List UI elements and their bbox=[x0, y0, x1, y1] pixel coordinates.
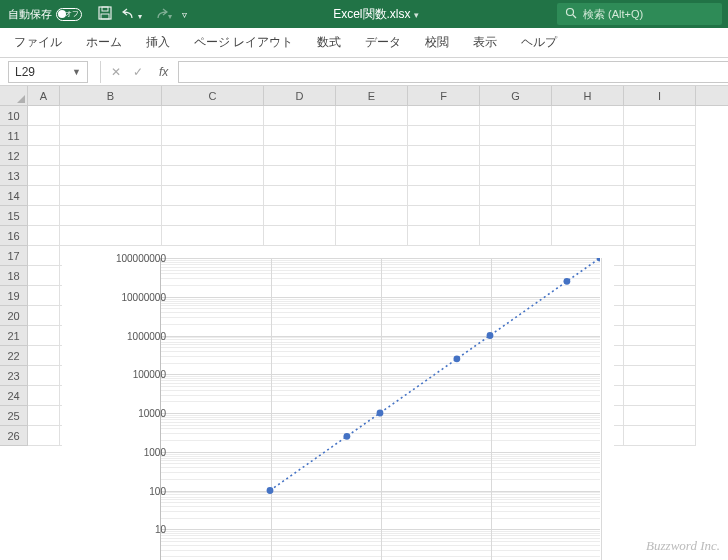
cell[interactable] bbox=[336, 126, 408, 146]
cell[interactable] bbox=[336, 106, 408, 126]
cell[interactable] bbox=[624, 286, 696, 306]
cell[interactable] bbox=[552, 166, 624, 186]
row-header[interactable]: 22 bbox=[0, 346, 28, 366]
cancel-icon[interactable]: ✕ bbox=[111, 65, 121, 79]
cell[interactable] bbox=[28, 386, 60, 406]
cell[interactable] bbox=[624, 386, 696, 406]
cell[interactable] bbox=[28, 106, 60, 126]
row-header[interactable]: 20 bbox=[0, 306, 28, 326]
column-header[interactable]: H bbox=[552, 86, 624, 105]
chevron-down-icon[interactable]: ▼ bbox=[72, 67, 81, 77]
ribbon-tab[interactable]: 挿入 bbox=[146, 34, 170, 51]
cell[interactable] bbox=[162, 126, 264, 146]
ribbon-tab[interactable]: ページ レイアウト bbox=[194, 34, 293, 51]
row-header[interactable]: 26 bbox=[0, 426, 28, 446]
column-header[interactable]: E bbox=[336, 86, 408, 105]
name-box[interactable]: L29 ▼ bbox=[8, 61, 88, 83]
row-header[interactable]: 18 bbox=[0, 266, 28, 286]
cell[interactable] bbox=[336, 146, 408, 166]
cell[interactable] bbox=[552, 186, 624, 206]
cell[interactable] bbox=[624, 206, 696, 226]
cell[interactable] bbox=[60, 106, 162, 126]
cell[interactable] bbox=[552, 146, 624, 166]
column-header[interactable]: G bbox=[480, 86, 552, 105]
row-header[interactable]: 10 bbox=[0, 106, 28, 126]
cell[interactable] bbox=[162, 166, 264, 186]
cell[interactable] bbox=[28, 166, 60, 186]
row-header[interactable]: 19 bbox=[0, 286, 28, 306]
cell[interactable] bbox=[624, 266, 696, 286]
cell[interactable] bbox=[264, 206, 336, 226]
cell[interactable] bbox=[624, 126, 696, 146]
cell[interactable] bbox=[624, 326, 696, 346]
cell[interactable] bbox=[480, 146, 552, 166]
formula-input[interactable] bbox=[178, 61, 728, 83]
column-header[interactable]: D bbox=[264, 86, 336, 105]
cell[interactable] bbox=[28, 266, 60, 286]
column-header[interactable]: A bbox=[28, 86, 60, 105]
undo-icon[interactable]: ▾ bbox=[122, 7, 142, 21]
cell[interactable] bbox=[60, 126, 162, 146]
cell[interactable] bbox=[28, 126, 60, 146]
cell[interactable] bbox=[28, 246, 60, 266]
row-header[interactable]: 12 bbox=[0, 146, 28, 166]
ribbon-tab[interactable]: データ bbox=[365, 34, 401, 51]
cell[interactable] bbox=[264, 146, 336, 166]
cell[interactable] bbox=[480, 186, 552, 206]
fx-icon[interactable]: fx bbox=[155, 65, 172, 79]
ribbon-tab[interactable]: 表示 bbox=[473, 34, 497, 51]
select-all-triangle[interactable] bbox=[0, 86, 28, 105]
cell[interactable] bbox=[264, 226, 336, 246]
cell[interactable] bbox=[480, 226, 552, 246]
cell[interactable] bbox=[336, 206, 408, 226]
cell[interactable] bbox=[60, 206, 162, 226]
cell[interactable] bbox=[408, 226, 480, 246]
search-box[interactable]: 検索 (Alt+Q) bbox=[557, 3, 722, 25]
cell[interactable] bbox=[264, 166, 336, 186]
column-header[interactable]: C bbox=[162, 86, 264, 105]
embedded-chart[interactable]: 1101001000100001000001000000100000001000… bbox=[62, 246, 614, 560]
cell[interactable] bbox=[624, 166, 696, 186]
cell[interactable] bbox=[28, 326, 60, 346]
cell[interactable] bbox=[28, 426, 60, 446]
cell[interactable] bbox=[624, 406, 696, 426]
row-header[interactable]: 25 bbox=[0, 406, 28, 426]
cell[interactable] bbox=[552, 226, 624, 246]
cell[interactable] bbox=[336, 226, 408, 246]
cell[interactable] bbox=[162, 226, 264, 246]
cell[interactable] bbox=[408, 206, 480, 226]
column-header[interactable]: F bbox=[408, 86, 480, 105]
cell[interactable] bbox=[480, 206, 552, 226]
row-header[interactable]: 13 bbox=[0, 166, 28, 186]
cell[interactable] bbox=[552, 126, 624, 146]
save-icon[interactable] bbox=[98, 6, 112, 22]
ribbon-tab[interactable]: 数式 bbox=[317, 34, 341, 51]
cell[interactable] bbox=[60, 186, 162, 206]
cell[interactable] bbox=[264, 106, 336, 126]
redo-icon[interactable]: ▾ bbox=[152, 7, 172, 21]
row-header[interactable]: 15 bbox=[0, 206, 28, 226]
row-header[interactable]: 21 bbox=[0, 326, 28, 346]
row-header[interactable]: 11 bbox=[0, 126, 28, 146]
cell[interactable] bbox=[264, 186, 336, 206]
ribbon-tab[interactable]: ホーム bbox=[86, 34, 122, 51]
cell[interactable] bbox=[162, 206, 264, 226]
dropdown-icon[interactable]: ▾ bbox=[414, 10, 419, 20]
cell[interactable] bbox=[624, 426, 696, 446]
cell[interactable] bbox=[28, 186, 60, 206]
cell[interactable] bbox=[408, 146, 480, 166]
row-header[interactable]: 17 bbox=[0, 246, 28, 266]
cell[interactable] bbox=[624, 226, 696, 246]
cell[interactable] bbox=[60, 226, 162, 246]
row-header[interactable]: 16 bbox=[0, 226, 28, 246]
column-header[interactable]: I bbox=[624, 86, 696, 105]
row-header[interactable]: 24 bbox=[0, 386, 28, 406]
cell[interactable] bbox=[28, 346, 60, 366]
column-header[interactable]: B bbox=[60, 86, 162, 105]
cell[interactable] bbox=[28, 406, 60, 426]
cell[interactable] bbox=[480, 106, 552, 126]
cell[interactable] bbox=[264, 126, 336, 146]
cell[interactable] bbox=[408, 106, 480, 126]
cell[interactable] bbox=[624, 306, 696, 326]
cell[interactable] bbox=[408, 166, 480, 186]
